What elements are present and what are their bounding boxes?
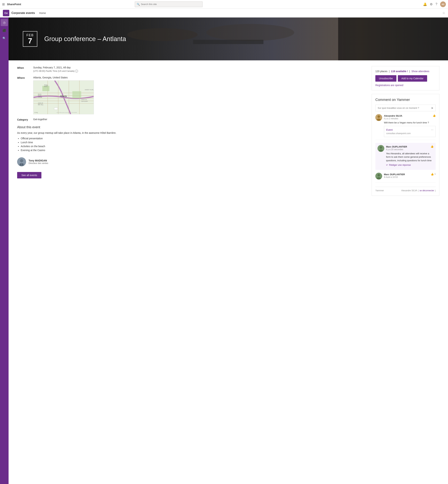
yammer-title: Comment on Yammer [375,98,436,102]
like-icon-1[interactable]: 👍 [433,114,436,117]
hero-day: 7 [26,37,34,45]
link-card-menu-1[interactable]: ··· [431,128,433,131]
waffle-icon[interactable]: ⊞ [2,2,5,6]
svg-point-52 [377,174,380,176]
main-layout: ◷ ⬛ 🔍 [0,17,448,484]
map-container[interactable]: Atlanta SWEET AUBURN CAPITOL GATEWAY Phi… [33,80,94,114]
when-row: When Sunday, February 7, 2021, All day (… [17,66,366,73]
site-navigation: Ce Corporate events Home ☆ [0,8,448,17]
registration-info: 120 places | 118 available ! | Show atte… [375,70,436,73]
comment-2: Marc DUPLANTIER il y a 20 secondes 👍 Yes… [375,143,436,170]
yammer-comments: Alexandre SILVA il y a 2 minutes 👍 Will … [375,114,436,185]
like-icon-2[interactable]: 👍 [431,145,433,148]
available-count: 118 available ! [391,70,408,73]
svg-rect-37 [54,107,58,110]
nav-link-home[interactable]: Home [39,12,46,15]
search-icon: 🔍 [137,3,140,6]
when-value: Sunday, February 7, 2021, All day (UTC-0… [33,66,78,73]
timezone-info-icon[interactable]: i [75,70,78,73]
yammer-footer: Yammer Alexandre SILVA ( se déconnecter … [375,187,436,192]
yammer-username: Alexandre SILVA [401,189,417,192]
svg-text:Phillips: Phillips [44,84,48,86]
list-item: Lunch time [21,141,366,144]
comment-avatar-2 [377,145,384,152]
registration-panel: 120 places | 118 available ! | Show atte… [372,66,440,90]
svg-text:RRY HILL: RRY HILL [38,104,44,105]
favorite-icon[interactable]: ☆ [442,11,445,15]
content-area: When Sunday, February 7, 2021, All day (… [8,60,448,201]
sidebar-item-recent[interactable]: ◷ [1,19,8,26]
content-right: 120 places | 118 available ! | Show atte… [372,66,440,196]
settings-icon[interactable]: ⚙ [430,2,433,6]
search-bar[interactable]: 🔍 [135,1,203,7]
author-job-title: Directeur des ventes [29,162,48,164]
link-card-title-1[interactable]: Event [386,128,393,131]
like-icon-3[interactable]: 👍 [431,173,434,176]
svg-text:College: College [38,97,42,98]
add-to-calendar-button[interactable]: Add to my Calendar [398,75,427,82]
list-item: Official presentation [21,137,366,140]
top-navigation: ⊞ SharePoint 🔍 🔔 ⚙ ? AS [0,0,448,8]
site-name: Corporate events [11,11,35,15]
yammer-input-area[interactable]: ➤ [375,105,436,111]
help-icon[interactable]: ? [435,2,437,6]
unsubscribe-button[interactable]: Unsubscribe [375,75,396,82]
svg-text:GATEWAY: GATEWAY [81,100,88,102]
separator-2: | [409,70,410,73]
svg-text:©2019 Microsoft Corporation © : ©2019 Microsoft Corporation © 2019 HERE [56,112,77,113]
svg-text:CAPITOL: CAPITOL [81,99,87,100]
when-label: When [17,66,33,73]
hero-title: Group conference – Antlanta [44,35,126,43]
comment-name-2: Marc DUPLANTIER [386,145,407,148]
search-input[interactable] [141,3,201,6]
author-avatar [17,157,26,166]
yammer-logout-link[interactable]: se déconnecter [419,189,434,192]
svg-text:Morris: Morris [38,94,42,95]
svg-point-41 [20,159,23,162]
svg-text:Atlanta: Atlanta [60,95,67,97]
yammer-user-info: Alexandre SILVA ( se déconnecter ) [401,189,436,192]
comment-time-3: 9 Août à 10:53 [384,176,405,178]
notification-icon[interactable]: 🔔 [423,2,427,6]
show-attendees-link[interactable]: Show attendees [411,70,429,73]
comment-avatar-3 [375,173,382,180]
content-left: When Sunday, February 7, 2021, All day (… [17,66,366,196]
site-logo: Ce [3,10,9,16]
top-nav-right: 🔔 ⚙ ? AS [423,1,446,7]
author-name: Tony MADIGAN [29,159,48,162]
yammer-paren-open: ( [418,189,419,192]
yammer-post-input[interactable] [378,107,430,109]
see-all-events-button[interactable]: See all events [17,172,41,178]
svg-text:SWEET AUBURN: SWEET AUBURN [85,89,94,90]
yammer-panel: Comment on Yammer ➤ [372,94,440,196]
sidebar-item-layers[interactable]: ⬛ [1,27,8,34]
clock-icon: ◷ [3,21,6,24]
search-icon: 🔍 [2,37,6,40]
svg-rect-44 [22,164,23,165]
list-item: Activites on the beach [21,145,366,148]
user-avatar[interactable]: AS [440,1,446,7]
reply-button[interactable]: ↩ Rédiger une réponse [386,164,433,166]
comment-1: Alexandre SILVA il y a 2 minutes 👍 Will … [375,114,436,140]
reply-icon: ↩ [386,164,388,166]
where-label: Where [17,76,33,114]
sidebar-item-search[interactable]: 🔍 [1,35,8,42]
hero-banner: FEB 7 Group conference – Antlanta [8,17,448,60]
comment-body-3: Marc DUPLANTIER 9 Août à 10:53 👍 1 [384,173,436,180]
svg-rect-43 [20,164,21,165]
agenda-list: Official presentation Lunch time Activit… [17,137,366,152]
hero-date-box: FEB 7 [23,31,37,47]
yammer-brand-label: Yammer [375,189,384,192]
send-icon[interactable]: ➤ [431,106,433,110]
category-label: Category [17,118,33,121]
about-section: About this event As every year, our grou… [17,125,366,152]
category-value: Get-together [33,118,47,121]
registration-status: Registrations are opened [375,84,436,87]
app-title: SharePoint [7,3,21,6]
link-card-url-1: consultao.sharepoint.com [386,132,433,135]
yammer-paren-close: ) [435,189,436,192]
timezone-info: (UTC-08:00) Pacific Time (US and Canada)… [33,70,78,73]
svg-rect-24 [72,91,81,98]
comment-body-1: Alexandre SILVA il y a 2 minutes 👍 Will … [384,114,436,137]
comment-time-2: il y a 20 secondes [386,148,407,151]
